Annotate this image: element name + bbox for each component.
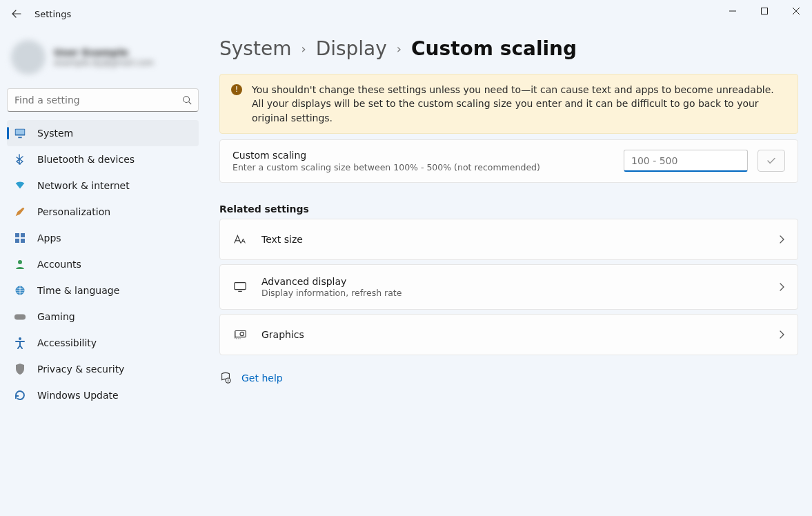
sidebar-item-label: Windows Update bbox=[37, 390, 119, 401]
apply-button[interactable] bbox=[757, 150, 785, 172]
related-item-title: Graphics bbox=[261, 329, 778, 340]
related-item-title: Advanced display bbox=[261, 276, 778, 287]
sidebar-item-label: Accounts bbox=[37, 259, 81, 270]
sidebar-item-personalization[interactable]: Personalization bbox=[7, 199, 199, 225]
svg-point-1 bbox=[184, 97, 190, 103]
svg-rect-5 bbox=[21, 233, 25, 237]
sidebar-item-apps[interactable]: Apps bbox=[7, 225, 199, 251]
related-item-subtitle: Display information, refresh rate bbox=[261, 288, 778, 298]
svg-rect-4 bbox=[15, 233, 19, 237]
minimize-button[interactable] bbox=[717, 0, 749, 22]
sidebar-item-label: Time & language bbox=[37, 285, 119, 296]
chevron-right-icon: › bbox=[301, 41, 306, 56]
sidebar-item-bluetooth-devices[interactable]: Bluetooth & devices bbox=[7, 146, 199, 172]
sidebar-item-system[interactable]: System bbox=[7, 120, 199, 146]
svg-rect-0 bbox=[762, 8, 768, 14]
chevron-right-icon bbox=[778, 283, 785, 291]
get-help[interactable]: Get help bbox=[219, 372, 798, 384]
svg-rect-7 bbox=[21, 239, 25, 243]
shield-icon bbox=[14, 363, 26, 375]
sidebar-item-label: Apps bbox=[37, 232, 61, 244]
gpu-icon bbox=[232, 329, 248, 340]
update-icon bbox=[14, 389, 26, 401]
search-icon bbox=[182, 95, 192, 105]
profile-email: example.dy@gmail.com bbox=[54, 58, 154, 68]
globe-icon bbox=[14, 284, 26, 297]
sidebar-item-label: Network & internet bbox=[37, 180, 130, 191]
warning-text: You shouldn't change these settings unle… bbox=[252, 83, 786, 125]
related-settings-heading: Related settings bbox=[219, 204, 798, 215]
sidebar-item-accounts[interactable]: Accounts bbox=[7, 251, 199, 277]
maximize-button[interactable] bbox=[749, 0, 780, 22]
app-title: Settings bbox=[34, 9, 71, 19]
content: System › Display › Custom scaling ! You … bbox=[206, 28, 812, 516]
sidebar-item-windows-update[interactable]: Windows Update bbox=[7, 382, 199, 408]
custom-scaling-input[interactable] bbox=[624, 150, 748, 172]
avatar bbox=[11, 40, 46, 75]
titlebar: Settings bbox=[0, 0, 812, 28]
search bbox=[7, 88, 199, 112]
sidebar-item-label: Bluetooth & devices bbox=[37, 154, 135, 165]
breadcrumb-system[interactable]: System bbox=[219, 37, 291, 60]
sidebar: User Example example.dy@gmail.com System… bbox=[0, 28, 206, 516]
bluetooth-icon bbox=[14, 153, 26, 166]
sidebar-item-label: Gaming bbox=[37, 311, 75, 322]
access-icon bbox=[14, 337, 26, 349]
warning-icon: ! bbox=[231, 84, 242, 95]
related-item-title: Text size bbox=[261, 234, 778, 245]
sidebar-item-time-language[interactable]: Time & language bbox=[7, 277, 199, 304]
profile[interactable]: User Example example.dy@gmail.com bbox=[7, 34, 199, 88]
related-graphics[interactable]: Graphics bbox=[219, 314, 798, 355]
wifi-icon bbox=[14, 179, 26, 192]
grid-icon bbox=[14, 232, 26, 244]
related-settings-list: Text sizeAdvanced displayDisplay informa… bbox=[219, 219, 798, 355]
monitor2-icon bbox=[232, 281, 248, 293]
custom-scaling-title: Custom scaling bbox=[232, 150, 624, 161]
sidebar-item-label: System bbox=[37, 128, 73, 139]
gamepad-icon bbox=[14, 310, 26, 323]
svg-rect-6 bbox=[15, 239, 19, 243]
chevron-right-icon bbox=[778, 235, 785, 244]
nav: SystemBluetooth & devicesNetwork & inter… bbox=[7, 120, 199, 408]
breadcrumb: System › Display › Custom scaling bbox=[219, 37, 798, 60]
help-icon bbox=[219, 372, 232, 384]
close-button[interactable] bbox=[780, 0, 812, 22]
svg-rect-12 bbox=[235, 283, 246, 290]
textsize-icon bbox=[232, 233, 248, 246]
brush-icon bbox=[14, 206, 26, 218]
sidebar-item-gaming[interactable]: Gaming bbox=[7, 304, 199, 330]
related-advanced-display[interactable]: Advanced displayDisplay information, ref… bbox=[219, 264, 798, 310]
related-text-size[interactable]: Text size bbox=[219, 219, 798, 260]
sidebar-item-label: Privacy & security bbox=[37, 364, 124, 375]
svg-point-11 bbox=[19, 337, 21, 340]
chevron-right-icon: › bbox=[397, 41, 402, 56]
breadcrumb-current: Custom scaling bbox=[411, 37, 577, 60]
sidebar-item-network-internet[interactable]: Network & internet bbox=[7, 172, 199, 199]
chevron-right-icon bbox=[778, 330, 785, 339]
window-controls bbox=[717, 0, 812, 22]
custom-scaling-subtitle: Enter a custom scaling size between 100%… bbox=[232, 162, 624, 172]
sidebar-item-label: Personalization bbox=[37, 206, 110, 217]
monitor-icon bbox=[14, 127, 26, 139]
svg-point-8 bbox=[18, 260, 22, 264]
check-icon bbox=[766, 155, 777, 166]
person-icon bbox=[14, 258, 26, 270]
sidebar-item-accessibility[interactable]: Accessibility bbox=[7, 330, 199, 356]
arrow-left-icon bbox=[11, 8, 22, 19]
sidebar-item-privacy-security[interactable]: Privacy & security bbox=[7, 356, 199, 382]
svg-rect-10 bbox=[14, 314, 26, 319]
svg-rect-3 bbox=[16, 130, 25, 135]
custom-scaling-card: Custom scaling Enter a custom scaling si… bbox=[219, 139, 798, 183]
sidebar-item-label: Accessibility bbox=[37, 337, 97, 348]
warning-banner: ! You shouldn't change these settings un… bbox=[219, 74, 798, 134]
get-help-link[interactable]: Get help bbox=[241, 373, 283, 384]
svg-point-14 bbox=[240, 332, 244, 335]
breadcrumb-display[interactable]: Display bbox=[316, 37, 387, 60]
search-input[interactable] bbox=[7, 88, 199, 112]
back-button[interactable] bbox=[6, 3, 28, 25]
profile-name: User Example bbox=[54, 47, 154, 58]
